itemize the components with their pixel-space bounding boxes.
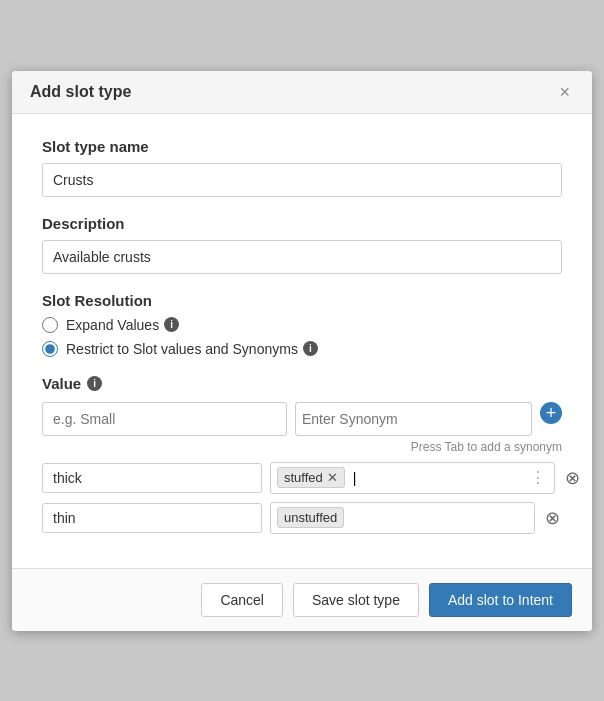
slot-type-name-group: Slot type name — [42, 138, 562, 197]
restrict-values-label: Restrict to Slot values and Synonyms i — [66, 341, 318, 357]
modal-title: Add slot type — [30, 83, 131, 101]
restrict-values-info-icon[interactable]: i — [303, 341, 318, 356]
close-button[interactable]: × — [555, 83, 574, 101]
value-label: Value i — [42, 375, 562, 392]
synonym-add-container — [295, 402, 532, 436]
value-add-row: + — [42, 402, 562, 436]
remove-row-button-1[interactable]: ⊗ — [543, 509, 562, 527]
value-group: Value i + Press Tab to add a synonym stu… — [42, 375, 562, 534]
tag-remove-stuffed[interactable]: ✕ — [327, 471, 338, 484]
tag-stuffed: stuffed ✕ — [277, 467, 345, 488]
value-name-input-0[interactable] — [42, 463, 262, 493]
modal-body: Slot type name Description Slot Resoluti… — [12, 114, 592, 568]
save-slot-type-button[interactable]: Save slot type — [293, 583, 419, 617]
restrict-values-option[interactable]: Restrict to Slot values and Synonyms i — [42, 341, 562, 357]
synonym-add-input[interactable] — [302, 411, 525, 427]
slot-resolution-label: Slot Resolution — [42, 292, 562, 309]
value-info-icon[interactable]: i — [87, 376, 102, 391]
modal-footer: Cancel Save slot type Add slot to Intent — [12, 568, 592, 631]
restrict-values-radio[interactable] — [42, 341, 58, 357]
expand-values-option[interactable]: Expand Values i — [42, 317, 562, 333]
slot-type-name-input[interactable] — [42, 163, 562, 197]
description-group: Description — [42, 215, 562, 274]
expand-values-info-icon[interactable]: i — [164, 317, 179, 332]
expand-values-label: Expand Values i — [66, 317, 179, 333]
add-slot-to-intent-button[interactable]: Add slot to Intent — [429, 583, 572, 617]
value-row-1: unstuffed ⊗ — [42, 502, 562, 534]
value-name-input-1[interactable] — [42, 503, 262, 533]
slot-type-name-label: Slot type name — [42, 138, 562, 155]
synonym-tags-container-0: stuffed ✕ ⋮ — [270, 462, 555, 494]
expand-values-radio[interactable] — [42, 317, 58, 333]
add-slot-type-modal: Add slot type × Slot type name Descripti… — [12, 71, 592, 631]
value-row-0: stuffed ✕ ⋮ ⊗ — [42, 462, 562, 494]
cancel-button[interactable]: Cancel — [201, 583, 283, 617]
add-value-button[interactable]: + — [540, 402, 562, 424]
description-label: Description — [42, 215, 562, 232]
value-name-placeholder-input[interactable] — [42, 402, 287, 436]
description-input[interactable] — [42, 240, 562, 274]
radio-group: Expand Values i Restrict to Slot values … — [42, 317, 562, 357]
tag-unstuffed: unstuffed — [277, 507, 344, 528]
tab-hint: Press Tab to add a synonym — [42, 440, 562, 454]
modal-header: Add slot type × — [12, 71, 592, 114]
drag-handle-0[interactable]: ⋮ — [528, 468, 548, 487]
slot-resolution-group: Slot Resolution Expand Values i Restrict… — [42, 292, 562, 357]
synonym-input-0[interactable] — [349, 470, 524, 486]
synonym-tags-container-1: unstuffed — [270, 502, 535, 534]
remove-row-button-0[interactable]: ⊗ — [563, 469, 582, 487]
